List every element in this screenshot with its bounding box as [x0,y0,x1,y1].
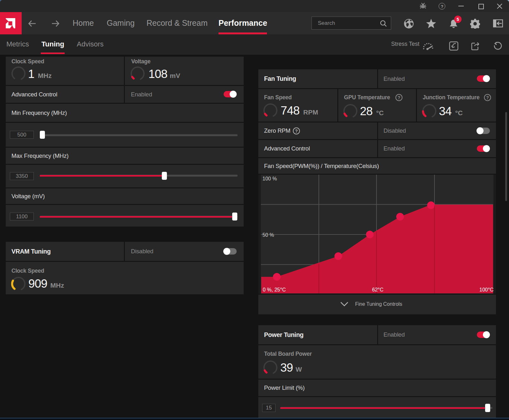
svg-text:?: ? [398,95,400,100]
svg-text:?: ? [486,95,489,100]
svg-text:?: ? [295,129,298,134]
